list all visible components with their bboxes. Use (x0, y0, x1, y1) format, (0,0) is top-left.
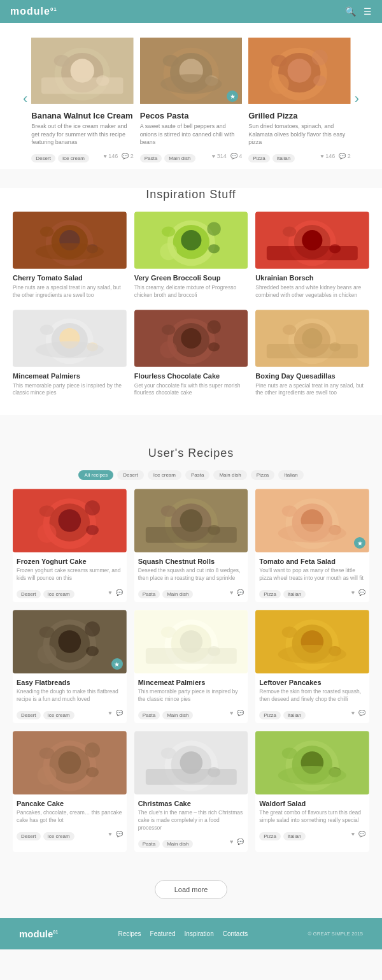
carousel-card-desc: A sweet saute of bell peppers and onions… (140, 122, 242, 147)
heart-icon[interactable]: ♥ (108, 831, 111, 837)
card-tag[interactable]: Pizza (259, 590, 281, 598)
card-tag[interactable]: Pasta (140, 154, 162, 162)
carousel-card-image (248, 36, 350, 106)
heart-icon[interactable]: ♥ (351, 710, 355, 716)
carousel-card[interactable]: ★ Pecos Pasta A sweet saute of bell pepp… (140, 36, 242, 162)
user-recipe-tags-row: DesertIce cream ♥ 💬 (17, 586, 123, 598)
filter-tab[interactable]: All recipes (78, 470, 113, 480)
user-recipe-card[interactable]: Christmas Cake The clue's in the name – … (134, 731, 248, 852)
footer-nav-link[interactable]: Featured (150, 930, 176, 937)
comment-icon[interactable]: 💬 (237, 710, 244, 716)
heart-icon[interactable]: ♥ (230, 589, 233, 596)
svg-point-104 (58, 630, 81, 653)
footer-nav-link[interactable]: Recipes (118, 930, 141, 937)
card-tag[interactable]: Italian (283, 711, 306, 719)
comment-icon[interactable]: 💬 4 (230, 153, 243, 159)
user-recipe-title: Tomato and Feta Salad (259, 558, 365, 565)
heart-icon[interactable]: ♥ 146 (103, 153, 118, 159)
filter-tab[interactable]: Desert (117, 470, 144, 480)
carousel-prev[interactable]: ‹ (19, 90, 31, 107)
card-tag[interactable]: Pasta (138, 590, 160, 598)
user-recipe-card[interactable]: Frozen Yoghurt Cake Frozen yoghurt cake … (13, 489, 127, 602)
card-tag[interactable]: Desert (17, 711, 41, 719)
load-more-button[interactable]: Load more (155, 880, 228, 899)
card-tag[interactable]: Main dish (162, 711, 193, 719)
filter-tab[interactable]: Ice cream (148, 470, 181, 480)
heart-icon[interactable]: ♥ 146 (320, 153, 335, 159)
heart-icon[interactable]: ♥ (108, 710, 111, 716)
heart-icon[interactable]: ♥ (230, 710, 233, 716)
card-tag[interactable]: Ice cream (43, 711, 74, 719)
filter-tab[interactable]: Pizza (251, 470, 275, 480)
heart-icon[interactable]: ♥ (351, 831, 355, 837)
inspiration-card[interactable]: Flourless Chocolate Cake Get your chocol… (134, 310, 248, 400)
card-tag[interactable]: Italian (272, 154, 295, 162)
card-tag[interactable]: Pizza (259, 711, 281, 719)
comment-icon[interactable]: 💬 (358, 710, 365, 716)
card-tag[interactable]: Desert (17, 590, 41, 598)
card-tag[interactable]: Pasta (138, 711, 160, 719)
inspiration-card[interactable]: Cherry Tomato Salad Pine nuts are a spec… (13, 212, 127, 302)
user-recipe-image (134, 731, 248, 795)
search-icon[interactable]: 🔍 (345, 6, 356, 17)
user-recipe-card[interactable]: Waldorf Salad The great combo of flavour… (255, 731, 369, 852)
heart-icon[interactable]: ♥ (351, 589, 355, 596)
comment-icon[interactable]: 💬 (237, 589, 244, 596)
card-tag[interactable]: Pasta (138, 840, 160, 848)
card-tag[interactable]: Ice cream (43, 832, 74, 840)
inspiration-card-desc: Pine nuts are a special treat in any sal… (255, 382, 369, 398)
footer-nav-link[interactable]: Contacts (223, 930, 248, 937)
user-recipes-grid: Frozen Yoghurt Cake Frozen yoghurt cake … (13, 489, 369, 851)
user-recipe-desc: Pancakes, chocolate, cream… this pancake… (17, 809, 123, 825)
inspiration-card-title: Ukrainian Borsch (255, 274, 369, 282)
inspiration-card[interactable]: Very Green Broccoli Soup This creamy, de… (134, 212, 248, 302)
inspiration-card[interactable]: Boxing Day Quesadillas Pine nuts are a s… (255, 310, 369, 400)
user-recipe-card[interactable]: ★ Easy Flatbreads Kneading the dough to … (13, 610, 127, 723)
comment-icon[interactable]: 💬 2 (122, 153, 134, 159)
comment-icon[interactable]: 💬 (358, 589, 365, 596)
svg-point-131 (86, 767, 99, 777)
comment-icon[interactable]: 💬 (116, 710, 123, 716)
inspiration-card[interactable]: Ukrainian Borsch Shredded beets and whit… (255, 212, 369, 302)
carousel-next[interactable]: › (351, 90, 363, 107)
user-recipe-desc: Remove the skin from the roasted squash,… (259, 688, 365, 703)
user-recipe-tags: PizzaItalian (259, 590, 306, 598)
heart-icon[interactable]: ♥ (230, 839, 233, 845)
menu-icon[interactable]: ☰ (364, 6, 372, 17)
card-tag[interactable]: Main dish (164, 154, 195, 162)
comment-icon[interactable]: 💬 (237, 839, 244, 845)
card-tag[interactable]: Main dish (162, 840, 193, 848)
inspiration-card[interactable]: Mincemeat Palmiers This memorable party … (13, 310, 127, 400)
card-tag[interactable]: Ice cream (43, 590, 74, 598)
svg-point-22 (313, 75, 327, 86)
user-recipe-card[interactable]: Leftover Pancakes Remove the skin from t… (255, 610, 369, 723)
user-recipe-card[interactable]: Squash Chestnut Rolls Deseed the squash … (134, 489, 248, 602)
user-recipe-card[interactable]: Pancake Cake Pancakes, chocolate, cream…… (13, 731, 127, 852)
card-tag[interactable]: Main dish (162, 590, 193, 598)
carousel-card-image (31, 36, 133, 106)
svg-point-72 (283, 324, 296, 335)
user-recipe-card[interactable]: Mincemeat Palmiers This memorable party … (134, 610, 248, 723)
footer-nav-link[interactable]: Inspiration (185, 930, 214, 937)
user-recipe-title: Squash Chestnut Rolls (138, 558, 244, 565)
carousel-card[interactable]: Grilled Pizza Sun dried tomatoes, spinac… (248, 36, 350, 162)
heart-icon[interactable]: ♥ 314 (212, 153, 227, 159)
filter-tab[interactable]: Main dish (213, 470, 246, 480)
card-tag[interactable]: Ice cream (58, 154, 89, 162)
heart-icon[interactable]: ♥ (108, 589, 111, 596)
user-recipe-card[interactable]: ★ Tomato and Feta Salad You'll want to p… (255, 489, 369, 602)
comment-icon[interactable]: 💬 (116, 589, 123, 596)
card-tag[interactable]: Pizza (259, 832, 281, 840)
filter-tab[interactable]: Italian (278, 470, 303, 480)
carousel-wrapper: ‹ Banana Walnut Ice Cream Break out of t… (0, 36, 382, 162)
comment-icon[interactable]: 💬 (358, 831, 365, 837)
card-tag[interactable]: Desert (17, 832, 41, 840)
comment-icon[interactable]: 💬 2 (339, 153, 351, 159)
card-tag[interactable]: Italian (283, 590, 306, 598)
card-tag[interactable]: Pizza (248, 154, 270, 162)
card-tag[interactable]: Italian (283, 832, 306, 840)
filter-tab[interactable]: Pasta (185, 470, 209, 480)
carousel-card[interactable]: Banana Walnut Ice Cream Break out of the… (31, 36, 133, 162)
comment-icon[interactable]: 💬 (116, 831, 123, 837)
card-tag[interactable]: Desert (31, 154, 55, 162)
